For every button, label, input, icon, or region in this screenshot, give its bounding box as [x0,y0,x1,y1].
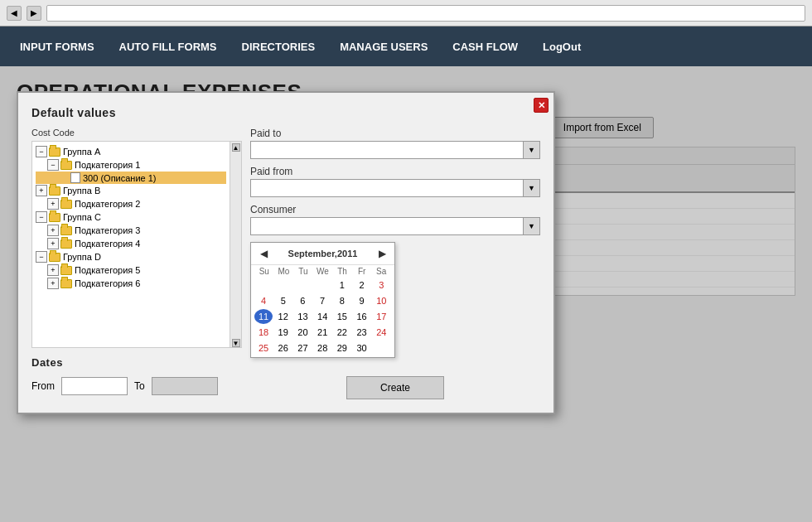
calendar-day[interactable]: 10 [372,293,390,308]
consumer-dropdown-btn[interactable]: ▼ [524,217,540,235]
calendar-day[interactable]: 29 [333,341,351,355]
tree-item[interactable]: −Группа C [36,210,226,224]
dates-from-label: From [31,380,55,392]
calendar-day[interactable]: 27 [293,341,312,355]
calendar-day[interactable]: 1 [333,278,351,292]
nav-manage-users[interactable]: MANAGE USERS [328,34,439,60]
paid-from-input[interactable] [250,179,524,197]
page-content: OPERATIONAL EXPENSES Add Row Add Range F… [0,66,812,522]
tree-item[interactable]: 300 (Описание 1) [36,172,226,184]
calendar-day[interactable]: 7 [313,293,331,308]
calendar-day [293,278,312,292]
dates-from-input[interactable] [61,377,128,395]
calendar-day[interactable]: 16 [353,309,371,324]
tree-item[interactable]: −Группа D [36,250,226,263]
browser-chrome: ◀ ▶ [0,0,812,27]
tree-item[interactable]: +Подкатегория 2 [36,197,226,210]
calendar-days-grid: 1234567891011121314151617181920212223242… [254,278,391,355]
calendar-day[interactable]: 3 [372,278,390,292]
calendar-day[interactable]: 26 [274,341,292,355]
calendar-day[interactable]: 17 [372,309,390,324]
calendar-day[interactable]: 5 [274,293,292,308]
calendar-day[interactable]: 19 [274,325,292,340]
calendar-day[interactable]: 13 [293,309,312,324]
tree-toggle-icon[interactable]: − [36,146,47,157]
calendar-day[interactable]: 30 [353,341,371,355]
paid-from-dropdown-btn[interactable]: ▼ [524,179,540,197]
calendar-day[interactable]: 18 [254,325,273,340]
calendar-grid: SuMoTuWeThFrSa 1234567891011121314151617… [251,265,394,357]
forward-button[interactable]: ▶ [27,6,41,21]
calendar-day[interactable]: 8 [333,293,351,308]
tree-scroll-down[interactable]: ▼ [232,339,240,347]
nav-directories[interactable]: DIRECTORIES [230,34,327,60]
tree-item[interactable]: +Подкатегория 4 [36,237,226,250]
calendar-day[interactable]: 4 [254,293,273,308]
calendar-next-btn[interactable]: ▶ [375,246,389,261]
tree-item[interactable]: −Подкатегория 1 [36,158,226,172]
tree-item[interactable]: −Группа A [36,145,226,158]
tree-panel[interactable]: −Группа A−Подкатегория 1300 (Описание 1)… [31,141,230,348]
calendar-day[interactable]: 24 [372,325,390,340]
calendar-day [372,341,390,355]
dates-section: Dates From To [31,356,242,395]
calendar-day [313,278,331,292]
dates-to-input[interactable] [152,377,218,395]
consumer-label: Consumer [250,204,540,215]
calendar-day[interactable]: 20 [293,325,312,340]
calendar-day[interactable]: 12 [274,309,292,324]
modal-close-button[interactable]: ✕ [534,98,549,113]
paid-to-dropdown-btn[interactable]: ▼ [524,141,540,159]
calendar-day[interactable]: 9 [353,293,371,308]
tree-item[interactable]: +Группа B [36,184,226,197]
calendar-day[interactable]: 28 [313,341,331,355]
modal-body: Cost Code −Группа A−Подкатегория 1300 (О… [31,128,540,399]
tree-item[interactable]: +Подкатегория 6 [36,277,226,290]
tree-toggle-icon[interactable]: + [47,264,59,276]
modal-dialog: ✕ Default values Cost Code −Группа A−Под… [17,91,555,414]
calendar-day-header: Su [254,267,274,276]
calendar-prev-btn[interactable]: ◀ [256,246,271,261]
calendar-header: ◀ September,2011 ▶ [251,243,394,265]
folder-icon [60,266,72,275]
tree-item[interactable]: +Подкатегория 3 [36,224,226,237]
folder-icon [60,200,72,209]
calendar-day[interactable]: 2 [353,278,371,292]
nav-input-forms[interactable]: INPUT FORMS [8,34,106,60]
calendar-day [274,278,292,292]
back-button[interactable]: ◀ [7,6,22,21]
calendar-day[interactable]: 15 [333,309,351,324]
calendar-day[interactable]: 21 [313,325,331,340]
tree-panel-container: Cost Code −Группа A−Подкатегория 1300 (О… [31,128,242,399]
tree-toggle-icon[interactable]: − [36,211,47,223]
calendar-day-header: Tu [293,267,313,276]
create-button[interactable]: Create [346,376,444,399]
tree-toggle-icon[interactable]: − [47,159,59,171]
calendar-day[interactable]: 6 [293,293,312,308]
calendar-day[interactable]: 11 [254,309,273,324]
calendar-day[interactable]: 25 [254,341,273,355]
consumer-combo: ▼ [250,217,540,235]
paid-from-combo: ▼ [250,179,540,197]
consumer-input[interactable] [250,217,524,235]
paid-to-group: Paid to ▼ [250,128,540,159]
tree-toggle-icon[interactable]: − [36,251,47,263]
folder-icon [60,239,72,249]
tree-scroll-up[interactable]: ▲ [232,143,240,152]
paid-to-input[interactable] [250,141,524,159]
tree-toggle-icon[interactable]: + [47,198,59,210]
tree-item-label: Подкатегория 2 [75,199,140,209]
tree-toggle-icon[interactable]: + [47,278,59,289]
tree-item[interactable]: +Подкатегория 5 [36,263,226,277]
tree-toggle-icon[interactable]: + [36,185,47,196]
nav-logout[interactable]: LogOut [531,34,592,60]
calendar-day[interactable]: 14 [313,309,331,324]
url-bar[interactable] [46,5,805,22]
tree-toggle-icon[interactable]: + [47,225,59,236]
calendar-day[interactable]: 22 [333,325,351,340]
calendar-day[interactable]: 23 [353,325,371,340]
tree-toggle-icon[interactable]: + [47,238,59,249]
modal-title-text: Default values [31,106,116,119]
nav-auto-fill[interactable]: AUTO FILL FORMS [108,34,229,60]
nav-cash-flow[interactable]: CASH FLOW [441,34,529,60]
